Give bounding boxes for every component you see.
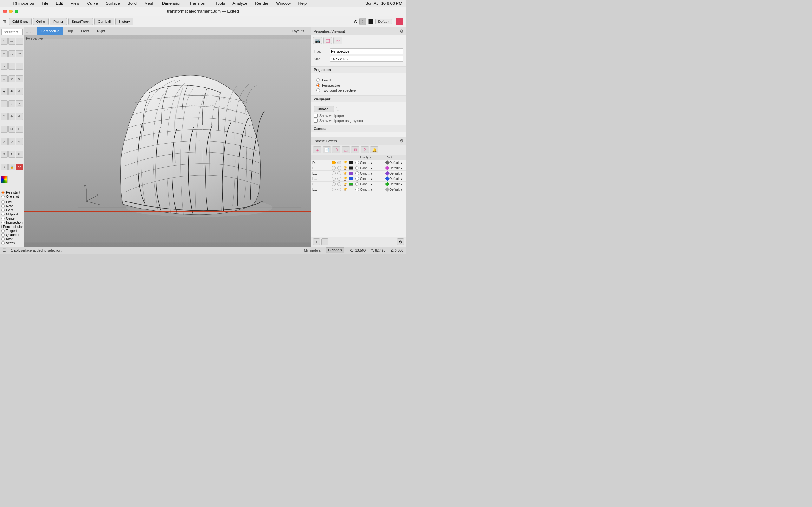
color-swatch[interactable] [368,19,373,24]
extra-tool[interactable]: ⊕ [16,113,23,120]
layouts-button[interactable]: Layouts... [289,27,310,35]
parallel-radio-row[interactable]: Parallel [314,78,403,83]
layer-trophy-1[interactable]: 🏆 [342,166,348,170]
color-tool[interactable] [1,176,8,183]
layer-lock-5[interactable] [337,187,342,191]
layer-dot-2[interactable] [354,171,360,175]
layer-color-2[interactable] [348,172,354,175]
circle-tool[interactable]: ○ [1,50,8,57]
properties-gear-icon[interactable]: ⚙ [400,29,403,34]
menu-mesh[interactable]: Mesh [143,1,156,6]
camera-icon[interactable]: ⊙ [354,19,357,24]
info-tool[interactable]: ℹ [1,164,8,170]
arc-tool[interactable]: ◡ [8,50,15,57]
ref-tool[interactable]: ⊠ [8,126,15,133]
menu-solid[interactable]: Solid [126,1,138,6]
menu-tools[interactable]: Tools [214,1,226,6]
lock-tool[interactable]: 🔒 [8,164,15,170]
layer-trophy-5[interactable]: 🏆 [342,188,348,191]
osnap-point[interactable]: Point [1,208,22,212]
osnap-knot[interactable]: Knot [1,237,22,241]
osnap-intersection[interactable]: Intersection [1,221,22,225]
layer-vis-5[interactable] [331,187,337,191]
layers-tab-layers[interactable]: ◈ [313,147,321,153]
view-tool[interactable]: ⊙ [1,113,8,120]
menu-edit[interactable]: Edit [55,1,64,6]
layers-settings-button[interactable]: ⚙ [397,238,404,245]
up-tool[interactable]: △ [1,138,8,145]
layer-color-3[interactable] [348,177,354,180]
gumball-button[interactable]: Gumball [94,18,114,25]
layer-row-4[interactable]: L... 🏆 Conti... ⬧ [311,181,406,187]
twopoint-radio-row[interactable]: Two point perspective [314,88,403,93]
snap-tool[interactable]: ⊟ [16,126,23,133]
wallpaper-arrows[interactable]: ⇅ [336,107,339,112]
dim-tool[interactable]: △ [16,101,23,107]
layer-trophy-2[interactable]: 🏆 [342,172,348,175]
layer-vis-default[interactable] [331,161,337,164]
prop-tab-link[interactable]: ⚯ [334,37,342,44]
osnap-tangent[interactable]: Tangent [1,229,22,233]
layer-vis-2[interactable] [331,171,337,175]
title-input[interactable] [329,49,403,54]
layer-lock-4[interactable] [337,182,342,186]
sun-tool[interactable]: ✦ [8,151,15,158]
layer-lock-default[interactable] [337,161,342,164]
layers-tab-display[interactable]: 🖥 [351,147,359,153]
light-tool[interactable]: ⊙ [1,151,8,158]
layer-vis-1[interactable] [331,166,337,170]
solid-tool[interactable]: ◆ [1,88,8,95]
right-panel-toggle[interactable] [396,18,403,25]
transform-tool[interactable]: ⊞ [1,101,8,107]
layer-vis-3[interactable] [331,177,337,181]
layer-row-default[interactable]: D... 🏆 Conti... ⬧ [311,160,406,165]
layer-dot-1[interactable] [354,166,360,170]
mesh-tool[interactable]: ✱ [8,88,15,95]
curve-tool[interactable]: ⌒ [16,38,23,45]
menu-surface[interactable]: Surface [104,1,121,6]
menu-dimension[interactable]: Dimension [161,1,183,6]
layer-color-5[interactable] [348,188,354,191]
layers-tab-objects[interactable]: 📄 [322,147,331,153]
osnap-near[interactable]: Near [1,204,22,208]
polygon-tool[interactable]: ⌐¬ [16,50,23,57]
parallel-radio[interactable] [316,78,320,82]
show-grayscale-check[interactable] [314,119,317,123]
layer-dot-5[interactable] [354,187,360,191]
ortho-button[interactable]: Ortho [33,18,49,25]
menu-transform[interactable]: Transform [188,1,209,6]
grid-tool[interactable]: ⊡ [1,126,8,133]
osnap-end[interactable]: End [1,200,22,204]
menu-curve[interactable]: Curve [86,1,100,6]
osnap-midpoint[interactable]: Midpoint [1,212,22,216]
app-name[interactable]: Rhinoceros [12,1,35,6]
twopoint-radio[interactable] [316,89,320,92]
split-viewport-icon[interactable]: ⬚ [30,29,33,33]
help-tool[interactable]: ⊕ [16,151,23,158]
command-input[interactable] [1,29,22,36]
perspective-radio-row[interactable]: Perspective [314,83,403,88]
tab-front[interactable]: Front [77,27,93,35]
3d-viewport[interactable]: Perspective [24,35,311,246]
layer-row-2[interactable]: L... 🏆 Conti... ⬧ [311,171,406,176]
minimize-button[interactable] [9,9,13,13]
prop-tab-display[interactable]: ⬚ [323,37,332,44]
layer-row-1[interactable]: L... 🏆 Conti... ⬧ [311,165,406,171]
persistent-toggle[interactable]: Persistent [1,190,22,194]
layer-row-3[interactable]: L... 🏆 Conti... ⬧ [311,176,406,181]
menu-help[interactable]: Help [297,1,308,6]
loft-tool[interactable]: ⊕ [16,75,23,82]
layers-gear-icon[interactable]: ⚙ [400,138,403,143]
layer-color-4[interactable] [348,182,354,186]
layer-vis-4[interactable] [331,182,337,186]
layer-color-default[interactable] [348,161,354,164]
show-grayscale-row[interactable]: Show wallpaper as gray scale [314,118,403,123]
layer-dot-4[interactable] [354,182,360,186]
shield-tool[interactable]: ⛉ [16,164,23,170]
layer-row-5[interactable]: L... 🏆 Conti... ⬧ [311,187,406,192]
add-layer-button[interactable]: + [313,238,320,245]
down-tool[interactable]: ▽ [8,138,15,145]
apple-menu[interactable]:  [3,1,7,6]
tab-top[interactable]: Top [63,27,77,35]
layer-lock-1[interactable] [337,166,342,170]
